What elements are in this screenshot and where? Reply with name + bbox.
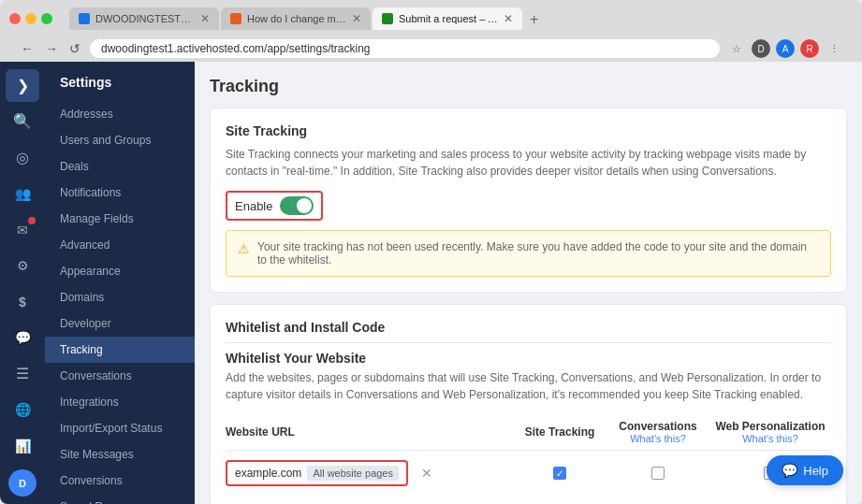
sidebar-item-import-export[interactable]: Import/Export Status xyxy=(45,415,195,441)
url-value: example.com xyxy=(235,467,301,480)
sidebar-item-notifications[interactable]: Notifications xyxy=(45,180,195,206)
extension-icon-2[interactable]: A xyxy=(776,39,795,58)
site-tracking-toggle[interactable] xyxy=(280,196,314,215)
nav-icon-mail[interactable]: ✉ xyxy=(6,213,39,246)
sidebar-item-developer[interactable]: Developer xyxy=(45,310,195,337)
site-tracking-card: Site Tracking Site Tracking connects you… xyxy=(210,108,847,293)
address-bar-row: ← → ↺ dwoodingtest1.activehosted.com/app… xyxy=(9,36,853,62)
warning-icon: ⚠ xyxy=(238,241,250,256)
tab-3[interactable]: Submit a request – ActiveCam... ✕ xyxy=(373,7,522,30)
new-tab-button[interactable]: + xyxy=(524,9,544,30)
url-table-header: Website URL Site Tracking Conversations … xyxy=(226,414,831,451)
sidebar-item-deals[interactable]: Deals xyxy=(45,153,195,180)
sidebar-item-saved-responses[interactable]: Saved Responses xyxy=(45,494,195,504)
tab-close-3[interactable]: ✕ xyxy=(504,12,513,25)
sidebar-item-conversations[interactable]: Conversations xyxy=(45,363,195,389)
col-header-url: Website URL xyxy=(226,425,513,439)
browser-chrome: DWOODINGTEST1 Email Mar... ✕ How do I ch… xyxy=(0,0,862,62)
warning-text: Your site tracking has not been used rec… xyxy=(257,240,819,266)
enable-label: Enable xyxy=(235,199,272,213)
refresh-button[interactable]: ↺ xyxy=(67,39,82,58)
nav-icon-chart[interactable]: 📊 xyxy=(6,430,39,463)
sidebar-item-site-messages[interactable]: Site Messages xyxy=(45,441,195,468)
toggle-knob xyxy=(297,198,312,213)
address-bar[interactable]: dwoodingtest1.activehosted.com/app/setti… xyxy=(90,39,720,58)
nav-icon-list[interactable]: ☰ xyxy=(6,358,39,391)
url-input-display: example.com All website pages xyxy=(226,460,408,486)
whitelist-section-header: Whitelist and Install Code xyxy=(226,320,831,335)
conversations-checkbox[interactable] xyxy=(651,467,665,480)
nav-icon-settings[interactable]: ⚙ xyxy=(6,250,39,282)
col-conv-label: Conversations xyxy=(606,420,709,433)
help-icon: 💬 xyxy=(782,463,797,478)
tab-2[interactable]: How do I change my account... ✕ xyxy=(221,7,371,30)
tab-favicon-1 xyxy=(79,13,90,24)
main-content: Tracking Site Tracking Site Tracking con… xyxy=(195,62,862,504)
close-button[interactable] xyxy=(9,13,21,24)
sidebar-item-manage-fields[interactable]: Manage Fields xyxy=(45,206,195,232)
address-text: dwoodingtest1.activehosted.com/app/setti… xyxy=(101,42,709,55)
tracking-checkbox-cell xyxy=(513,467,606,480)
mail-badge xyxy=(28,217,36,224)
nav-icon-globe[interactable]: 🌐 xyxy=(6,394,39,426)
sidebar-item-tracking[interactable]: Tracking xyxy=(45,337,195,363)
sidebar-item-advanced[interactable]: Advanced xyxy=(45,232,195,258)
back-button[interactable]: ← xyxy=(19,39,36,58)
site-tracking-desc: Site Tracking connects your marketing an… xyxy=(226,146,831,180)
col-web-sub[interactable]: What's this? xyxy=(709,433,831,444)
sidebar-item-integrations[interactable]: Integrations xyxy=(45,389,195,415)
browser-actions: ☆ D A R ⋮ xyxy=(727,39,843,58)
tab-title-2: How do I change my account... xyxy=(247,13,346,24)
nav-icon-contacts[interactable]: ◎ xyxy=(6,141,39,174)
forward-button[interactable]: → xyxy=(43,39,60,58)
whitelist-subsection-title: Whitelist Your Website xyxy=(226,351,831,366)
app-body: ❯ 🔍 ◎ 👥 ✉ ⚙ $ 💬 ☰ 🌐 📊 D Settings Address… xyxy=(0,62,862,504)
menu-icon[interactable]: ⋮ xyxy=(825,39,843,58)
sidebar-item-domains[interactable]: Domains xyxy=(45,284,195,310)
nav-icon-dollar[interactable]: $ xyxy=(6,285,39,318)
url-badge: All website pages xyxy=(307,466,399,481)
tab-1[interactable]: DWOODINGTEST1 Email Mar... ✕ xyxy=(69,7,219,30)
browser-controls: DWOODINGTEST1 Email Mar... ✕ How do I ch… xyxy=(9,7,853,30)
tab-title-1: DWOODINGTEST1 Email Mar... xyxy=(95,13,195,24)
col-web-label: Web Personalization xyxy=(709,420,831,433)
sidebar-item-appearance[interactable]: Appearance xyxy=(45,258,195,284)
bookmark-icon[interactable]: ☆ xyxy=(727,39,746,58)
extension-icon-1[interactable]: D xyxy=(752,39,770,58)
whitelist-subsection-desc: Add the websites, pages or subdomains th… xyxy=(226,369,831,403)
conversations-checkbox-cell xyxy=(606,467,709,480)
maximize-button[interactable] xyxy=(41,13,52,24)
help-button[interactable]: 💬 Help xyxy=(767,455,843,485)
col-header-conversations: Conversations What's this? xyxy=(606,420,709,444)
tab-favicon-3 xyxy=(382,13,393,24)
sidebar-item-conversions[interactable]: Conversions xyxy=(45,468,195,494)
warning-box: ⚠ Your site tracking has not been used r… xyxy=(226,230,831,277)
page-title: Tracking xyxy=(210,77,847,96)
extension-icon-3[interactable]: R xyxy=(800,39,819,58)
url-table-row: example.com All website pages ✕ xyxy=(226,454,831,492)
col-conv-sub[interactable]: What's this? xyxy=(606,433,709,444)
tab-close-1[interactable]: ✕ xyxy=(200,12,210,25)
whitelist-card: Whitelist and Install Code Whitelist You… xyxy=(210,304,847,504)
sidebar-item-users-groups[interactable]: Users and Groups xyxy=(45,127,195,153)
url-delete-button[interactable]: ✕ xyxy=(421,466,432,481)
browser-window: DWOODINGTEST1 Email Mar... ✕ How do I ch… xyxy=(0,0,862,504)
site-tracking-checkbox[interactable] xyxy=(553,467,566,480)
col-header-web: Web Personalization What's this? xyxy=(709,420,831,444)
nav-icon-people[interactable]: 👥 xyxy=(6,178,39,210)
tab-close-2[interactable]: ✕ xyxy=(352,12,361,25)
sidebar-nav: ❯ 🔍 ◎ 👥 ✉ ⚙ $ 💬 ☰ 🌐 📊 D xyxy=(0,62,45,504)
nav-icon-search[interactable]: 🔍 xyxy=(6,106,39,138)
sidebar-item-addresses[interactable]: Addresses xyxy=(45,101,195,127)
nav-icon-chat[interactable]: 💬 xyxy=(6,322,39,354)
tab-title-3: Submit a request – ActiveCam... xyxy=(399,13,498,24)
url-cell: example.com All website pages ✕ xyxy=(226,460,513,486)
nav-icon-collapse[interactable]: ❯ xyxy=(6,69,39,102)
nav-icon-profile[interactable]: D xyxy=(8,469,37,497)
enable-row: Enable xyxy=(226,191,323,221)
help-label: Help xyxy=(803,464,828,478)
settings-title: Settings xyxy=(45,71,195,101)
traffic-lights xyxy=(9,13,52,24)
col-header-tracking: Site Tracking xyxy=(513,425,606,439)
minimize-button[interactable] xyxy=(25,13,37,24)
